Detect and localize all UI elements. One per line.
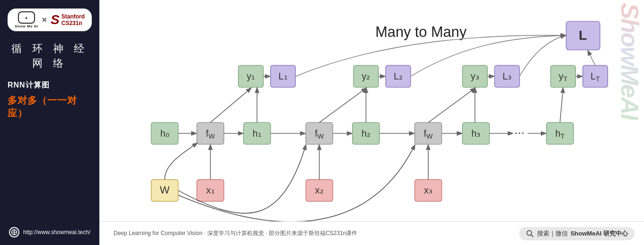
showme-logo: Show Me AI xyxy=(15,11,38,28)
svg-text:L₁: L₁ xyxy=(279,71,288,81)
svg-line-62 xyxy=(560,88,563,122)
subtitle2: 多对多（一一对应） xyxy=(8,94,92,120)
stanford-logo: S Stanford CS231n xyxy=(51,13,85,27)
svg-line-53 xyxy=(211,88,251,122)
showme-text: Show Me AI xyxy=(15,24,38,28)
footer: Deep Learning for Computer Vision · 深度学习… xyxy=(99,221,644,245)
rnn-diagram: Many to Many L y₁ L₁ y₂ L₂ y₃ L₃ yT LT h xyxy=(99,0,644,245)
svg-point-68 xyxy=(527,230,531,235)
svg-text:h₃: h₃ xyxy=(471,128,480,139)
stanford-course: CS231n xyxy=(62,20,85,26)
stanford-s-icon: S xyxy=(51,13,60,26)
svg-text:L: L xyxy=(579,27,587,43)
svg-text:L₃: L₃ xyxy=(503,71,512,81)
svg-text:x₂: x₂ xyxy=(315,185,324,195)
svg-line-56 xyxy=(319,88,366,122)
main-title: 循 环 神 经 网 络 xyxy=(8,42,92,71)
svg-line-59 xyxy=(428,88,475,122)
diagram-title: Many to Many xyxy=(375,24,467,40)
stanford-name: Stanford xyxy=(62,13,85,20)
footer-text: Deep Learning for Computer Vision · 深度学习… xyxy=(114,229,357,237)
svg-text:x₃: x₃ xyxy=(424,185,432,195)
svg-text:y₃: y₃ xyxy=(471,71,479,81)
website-link[interactable]: http://www.showmeai.tech/ xyxy=(9,222,90,237)
logo-area: Show Me AI × S Stanford CS231n xyxy=(8,9,92,31)
svg-text:W: W xyxy=(160,184,170,196)
svg-text:···: ··· xyxy=(514,125,525,140)
svg-text:y₂: y₂ xyxy=(362,71,371,81)
sidebar: Show Me AI × S Stanford CS231n 循 环 神 经 网… xyxy=(0,0,99,245)
svg-line-69 xyxy=(531,235,533,237)
main-content: ShowMeAI Many to Many L y₁ L₁ y₂ L₂ xyxy=(99,0,644,245)
stanford-text: Stanford CS231n xyxy=(62,13,85,27)
logo-separator: × xyxy=(42,15,47,25)
search-icon xyxy=(526,229,534,238)
svg-text:y₁: y₁ xyxy=(247,71,255,81)
website-text: http://www.showmeai.tech/ xyxy=(23,229,90,236)
svg-text:x₁: x₁ xyxy=(206,185,215,195)
search-badge[interactable]: 搜索｜微信 ShowMeAI 研究中心 xyxy=(519,227,635,240)
showme-icon xyxy=(18,11,35,24)
svg-text:h₀: h₀ xyxy=(160,128,169,139)
svg-text:h₂: h₂ xyxy=(362,128,371,139)
svg-line-67 xyxy=(588,51,595,66)
search-label: 搜索｜微信 xyxy=(537,229,568,238)
svg-text:L₂: L₂ xyxy=(394,71,403,81)
navigation-icon xyxy=(9,227,19,237)
svg-text:h₁: h₁ xyxy=(253,128,262,139)
subtitle1: RNN计算图 xyxy=(8,80,92,90)
brand-name: ShowMeAI 研究中心 xyxy=(571,229,628,238)
